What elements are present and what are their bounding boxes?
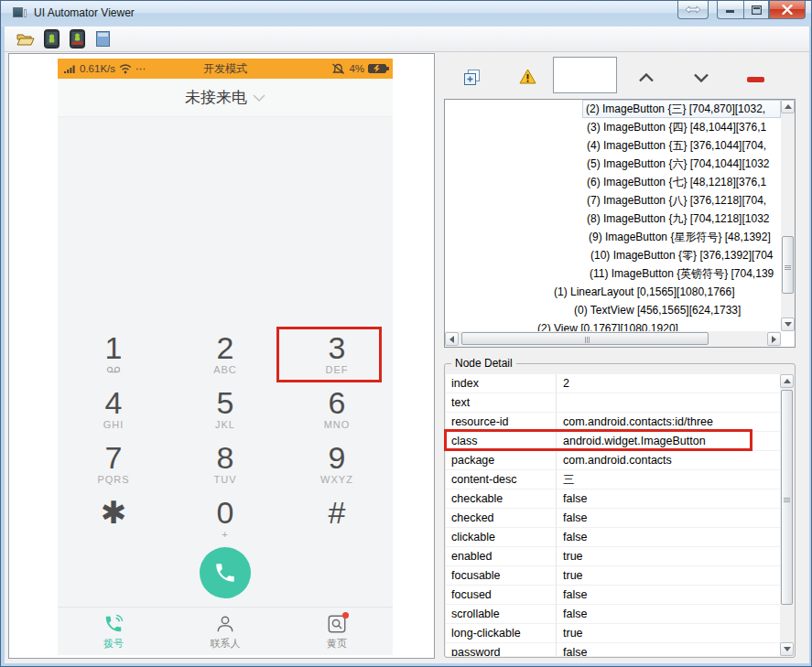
voicemail-icon bbox=[106, 364, 121, 375]
tree-node[interactable]: (5) ImageButton {六} [704,1044][1032 bbox=[445, 155, 781, 173]
scroll-down-button[interactable] bbox=[781, 317, 795, 331]
key-letters: WXYZ bbox=[320, 474, 353, 485]
tree-node[interactable]: (11) ImageButton {英镑符号} [704,139 bbox=[445, 264, 781, 283]
detail-key: resource-id bbox=[446, 415, 556, 428]
detail-value: false bbox=[556, 646, 587, 656]
detail-row-text: text bbox=[446, 393, 794, 413]
chevron-up-button[interactable] bbox=[638, 73, 655, 82]
tree-node[interactable]: (2) ImageButton {三} [704,870][1032, bbox=[445, 100, 781, 118]
red-minus-icon[interactable] bbox=[747, 77, 764, 82]
maximize-button[interactable] bbox=[743, 1, 769, 19]
detail-row-checkable: checkablefalse bbox=[446, 489, 794, 509]
dialer-phone-icon bbox=[103, 614, 124, 634]
detail-value: true bbox=[556, 627, 583, 640]
dialpad-key-1[interactable]: 1 bbox=[58, 329, 169, 384]
detail-value: false bbox=[556, 588, 587, 601]
detail-key: clickable bbox=[446, 531, 556, 543]
mute-bell-icon bbox=[331, 63, 345, 75]
device-screenshot-view[interactable]: 0.61K/s ⋯ 开发模式 4% bbox=[58, 59, 393, 655]
dialpad-key-8[interactable]: 8TUV bbox=[169, 439, 281, 494]
device-screenshot-icon bbox=[44, 29, 60, 48]
tree-node[interactable]: (1) LinearLayout [0,1565][1080,1766] bbox=[445, 283, 781, 301]
key-letters: JKL bbox=[215, 419, 235, 430]
chevron-down-button[interactable] bbox=[693, 73, 709, 82]
tree-node-label: (6) ImageButton {七} [48,1218][376,1 bbox=[584, 174, 769, 190]
close-icon bbox=[782, 5, 793, 15]
scroll-right-button[interactable] bbox=[767, 332, 781, 346]
nav-tab-contacts[interactable]: 联系人 bbox=[169, 608, 281, 655]
scroll-up-button[interactable] bbox=[780, 374, 794, 388]
nav-tab-yellowpages[interactable]: 黄页 bbox=[281, 608, 393, 655]
phone-status-bar: 0.61K/s ⋯ 开发模式 4% bbox=[58, 59, 393, 79]
expand-all-icon bbox=[464, 70, 480, 85]
key-digit: ✱ bbox=[101, 496, 127, 529]
detail-vertical-scrollbar[interactable] bbox=[780, 374, 794, 656]
detail-value: com.android.contacts bbox=[556, 454, 672, 467]
detail-row-content-desc: content-desc三 bbox=[446, 470, 794, 489]
detail-key: focused bbox=[446, 588, 556, 601]
scroll-thumb[interactable] bbox=[782, 236, 794, 294]
dialpad-key-9[interactable]: 9WXYZ bbox=[281, 439, 393, 494]
detail-value: false bbox=[556, 511, 587, 524]
window-arrows-button[interactable] bbox=[677, 1, 709, 19]
tree-vertical-scrollbar[interactable] bbox=[781, 100, 795, 331]
dialpad-key-✱[interactable]: ✱ bbox=[58, 494, 169, 549]
tree-node[interactable]: (3) ImageButton {四} [48,1044][376,1 bbox=[445, 118, 781, 136]
call-button[interactable] bbox=[200, 547, 251, 598]
scroll-down-button[interactable] bbox=[780, 642, 794, 656]
expand-all-button[interactable] bbox=[464, 70, 480, 89]
detail-key: enabled bbox=[446, 550, 556, 563]
tree-node-label: (11) ImageButton {英镑符号} [704,139 bbox=[587, 265, 776, 282]
dialpad-key-6[interactable]: 6MNO bbox=[281, 384, 393, 439]
dialpad-key-2[interactable]: 2ABC bbox=[169, 329, 281, 384]
scroll-thumb[interactable] bbox=[781, 390, 793, 605]
dialpad-key-7[interactable]: 7PQRS bbox=[58, 439, 169, 494]
warning-button[interactable] bbox=[519, 69, 536, 88]
tree-node[interactable]: (9) ImageButton {星形符号} [48,1392] bbox=[445, 228, 781, 246]
missed-calls-header[interactable]: 未接来电 bbox=[58, 79, 393, 117]
save-screenshot-button[interactable] bbox=[92, 29, 113, 49]
uiautomator-window: UI Automator Viewer bbox=[0, 0, 812, 667]
tree-node[interactable]: (6) ImageButton {七} [48,1218][376,1 bbox=[445, 173, 781, 191]
tree-node[interactable]: (7) ImageButton {八} [376,1218][704, bbox=[445, 191, 781, 210]
dialpad-key-5[interactable]: 5JKL bbox=[169, 384, 281, 439]
open-file-button[interactable] bbox=[16, 29, 36, 49]
nav-tab-dialer[interactable]: 拨号 bbox=[58, 608, 169, 655]
scroll-left-button[interactable] bbox=[445, 332, 459, 346]
dialpad-key-#[interactable]: # bbox=[281, 494, 393, 549]
tree-toolbar bbox=[444, 53, 796, 99]
device-screenshot-compressed-button[interactable] bbox=[67, 29, 87, 49]
device-screenshot-button[interactable] bbox=[41, 29, 61, 49]
tree-node[interactable]: (10) ImageButton {零} [376,1392][704 bbox=[445, 246, 781, 264]
tree-node[interactable]: (4) ImageButton {五} [376,1044][704, bbox=[445, 136, 781, 155]
detail-key: text bbox=[446, 396, 556, 409]
tree-node[interactable]: (0) TextView [456,1565][624,1733] bbox=[445, 301, 781, 319]
scroll-up-button[interactable] bbox=[781, 100, 795, 113]
missed-calls-title: 未接来电 bbox=[185, 87, 247, 108]
key-digit: # bbox=[329, 496, 346, 529]
scroll-thumb[interactable] bbox=[461, 332, 709, 345]
search-input[interactable] bbox=[553, 57, 617, 93]
tree-horizontal-scrollbar[interactable] bbox=[445, 331, 781, 347]
nav-label-yellowpages: 黄页 bbox=[327, 637, 347, 651]
key-letters: GHI bbox=[103, 419, 125, 430]
key-digit: 5 bbox=[217, 386, 234, 419]
detail-row-focusable: focusabletrue bbox=[446, 566, 794, 586]
chevron-down-icon bbox=[253, 94, 265, 102]
tree-node[interactable]: (2) View [0,1767][1080,1920] bbox=[445, 319, 781, 331]
tree-node-label: (4) ImageButton {五} [376,1044][704, bbox=[584, 137, 769, 154]
tree-node[interactable]: (8) ImageButton {九} [704,1218][1032 bbox=[445, 210, 781, 228]
tree-node-label: (3) ImageButton {四} [48,1044][376,1 bbox=[584, 119, 769, 135]
detail-value: true bbox=[556, 550, 583, 563]
nav-label-contacts: 联系人 bbox=[211, 637, 241, 651]
dialpad-key-0[interactable]: 0+ bbox=[169, 494, 281, 549]
dialpad-key-4[interactable]: 4GHI bbox=[58, 384, 169, 439]
notification-badge bbox=[342, 612, 349, 619]
detail-row-password: passwordfalse bbox=[446, 643, 794, 656]
detail-row-focused: focusedfalse bbox=[446, 586, 794, 605]
detail-value: 2 bbox=[556, 377, 569, 390]
minimize-button[interactable] bbox=[717, 1, 743, 19]
close-button[interactable] bbox=[769, 1, 806, 19]
screenshot-panel: 0.61K/s ⋯ 开发模式 4% bbox=[8, 53, 435, 659]
key-letters: MNO bbox=[324, 419, 351, 430]
